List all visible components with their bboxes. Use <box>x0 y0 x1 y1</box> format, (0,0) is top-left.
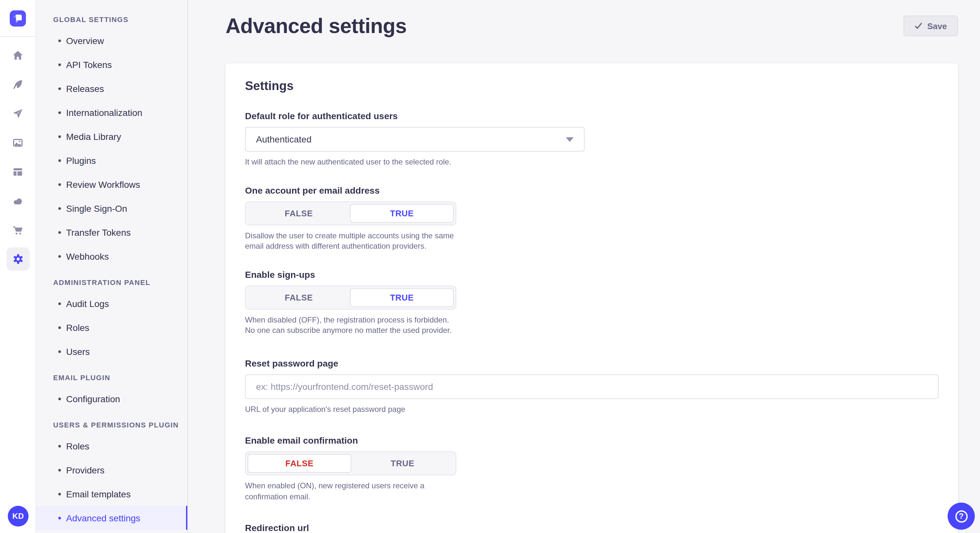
settings-page: KD GLOBAL SETTINGS Overview API Tokens R… <box>0 0 980 533</box>
sidebar-section-email-plugin: EMAIL PLUGIN <box>36 363 187 387</box>
sidebar-item-review-workflows[interactable]: Review Workflows <box>36 172 187 196</box>
sidebar-item-audit-logs[interactable]: Audit Logs <box>36 292 187 316</box>
one-account-toggle[interactable]: FALSE TRUE <box>245 201 456 225</box>
sidebar-item-users[interactable]: Users <box>36 339 187 363</box>
sidebar-item-api-tokens[interactable]: API Tokens <box>36 52 187 76</box>
question-mark-icon: ? <box>955 510 967 522</box>
sidebar-group-users-permissions: Roles Providers Email templates Advanced… <box>36 434 187 530</box>
media-pictures-icon[interactable] <box>6 131 30 154</box>
default-role-select[interactable]: Authenticated <box>245 127 585 152</box>
email-confirmation-label: Enable email confirmation <box>245 436 939 446</box>
reset-password-hint: URL of your application's reset password… <box>245 404 939 414</box>
field-reset-password: Reset password page URL of your applicat… <box>245 358 939 414</box>
rail-icon-list <box>0 37 36 271</box>
main-content: Advanced settings Save Settings Default … <box>188 0 980 533</box>
sidebar-item-transfer-tokens[interactable]: Transfer Tokens <box>36 220 187 244</box>
settings-sidebar: GLOBAL SETTINGS Overview API Tokens Rele… <box>36 0 188 533</box>
sidebar-section-administration-panel: ADMINISTRATION PANEL <box>36 268 187 292</box>
sidebar-group-global: Overview API Tokens Releases Internation… <box>36 29 187 268</box>
paper-plane-icon[interactable] <box>6 102 30 125</box>
gear-icon[interactable] <box>6 247 30 271</box>
sidebar-item-plugins[interactable]: Plugins <box>36 148 187 172</box>
sidebar-section-users-permissions-plugin: USERS & PERMISSIONS PLUGIN <box>36 411 187 434</box>
enable-signups-hint: When disabled (OFF), the registration pr… <box>245 314 459 336</box>
field-email-confirmation: Enable email confirmation FALSE TRUE Whe… <box>245 436 939 502</box>
settings-card: Settings Default role for authenticated … <box>226 63 958 533</box>
cloud-icon[interactable] <box>6 189 30 213</box>
sidebar-item-releases[interactable]: Releases <box>36 76 187 100</box>
sidebar-item-single-sign-on[interactable]: Single Sign-On <box>36 196 187 220</box>
logo-cell <box>0 0 36 37</box>
help-button[interactable]: ? <box>948 503 975 530</box>
page-title: Advanced settings <box>226 14 407 38</box>
page-header: Advanced settings Save <box>226 0 958 39</box>
save-button-label: Save <box>927 21 947 31</box>
sidebar-item-admin-roles[interactable]: Roles <box>36 316 187 339</box>
reset-password-label: Reset password page <box>245 358 939 368</box>
default-role-label: Default role for authenticated users <box>245 111 939 121</box>
icon-rail: KD <box>0 0 36 533</box>
sidebar-item-webhooks[interactable]: Webhooks <box>36 244 187 268</box>
feather-icon[interactable] <box>6 73 30 96</box>
one-account-label: One account per email address <box>245 185 939 195</box>
field-enable-signups: Enable sign-ups FALSE TRUE When disabled… <box>245 269 939 336</box>
one-account-true-option[interactable]: TRUE <box>350 204 454 222</box>
sidebar-section-global-settings: GLOBAL SETTINGS <box>36 5 187 29</box>
one-account-hint: Disallow the user to create multiple acc… <box>245 230 459 252</box>
email-confirmation-true-option[interactable]: TRUE <box>351 454 454 473</box>
strapi-logo-icon[interactable] <box>10 10 26 26</box>
user-avatar[interactable]: KD <box>8 506 29 527</box>
sidebar-item-overview[interactable]: Overview <box>36 29 187 52</box>
default-role-hint: It will attach the new authenticated use… <box>245 157 939 167</box>
sidebar-group-admin: Audit Logs Roles Users <box>36 292 187 363</box>
email-confirmation-toggle[interactable]: FALSE TRUE <box>245 452 456 476</box>
sidebar-item-media-library[interactable]: Media Library <box>36 124 187 148</box>
sidebar-item-up-roles[interactable]: Roles <box>36 434 187 458</box>
email-confirmation-hint: When enabled (ON), new registered users … <box>245 481 459 502</box>
layout-icon[interactable] <box>6 160 30 183</box>
sidebar-item-internationalization[interactable]: Internationalization <box>36 100 187 124</box>
cart-icon[interactable] <box>6 218 30 241</box>
sidebar-item-advanced-settings[interactable]: Advanced settings <box>36 506 187 530</box>
sidebar-item-configuration[interactable]: Configuration <box>36 387 187 411</box>
enable-signups-false-option[interactable]: FALSE <box>248 288 350 307</box>
field-default-role: Default role for authenticated users Aut… <box>245 111 939 167</box>
home-icon[interactable] <box>6 43 30 67</box>
enable-signups-true-option[interactable]: TRUE <box>350 288 454 307</box>
redirection-url-label: Redirection url <box>245 523 939 533</box>
enable-signups-toggle[interactable]: FALSE TRUE <box>245 285 456 309</box>
settings-section-title: Settings <box>245 79 939 93</box>
reset-password-input[interactable] <box>245 374 939 399</box>
field-redirection-url: Redirection url <box>245 523 939 533</box>
sidebar-item-email-templates[interactable]: Email templates <box>36 482 187 506</box>
chevron-down-icon <box>566 137 574 141</box>
sidebar-group-email: Configuration <box>36 387 187 411</box>
save-button[interactable]: Save <box>903 16 958 36</box>
sidebar-item-providers[interactable]: Providers <box>36 458 187 482</box>
enable-signups-label: Enable sign-ups <box>245 269 939 279</box>
check-icon <box>914 22 922 30</box>
default-role-value: Authenticated <box>256 134 312 144</box>
field-one-account: One account per email address FALSE TRUE… <box>245 185 939 252</box>
one-account-false-option[interactable]: FALSE <box>248 204 350 222</box>
email-confirmation-false-option[interactable]: FALSE <box>248 454 351 473</box>
